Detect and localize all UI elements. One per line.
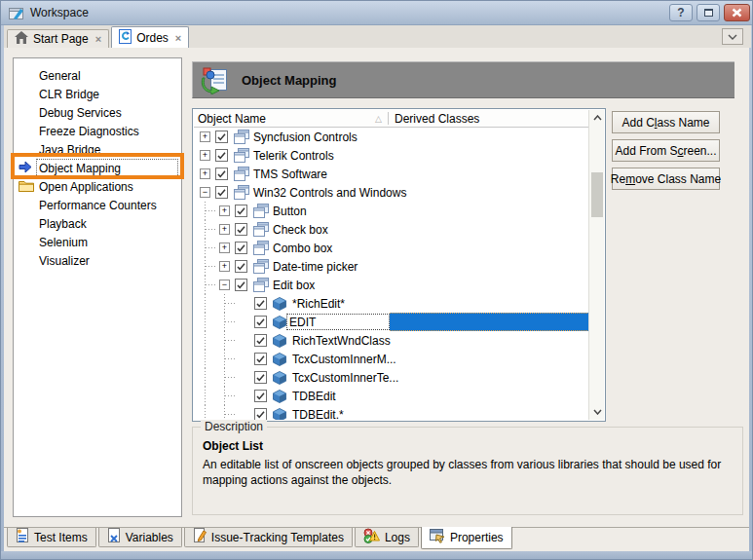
sidebar-item-debug-services[interactable]: Debug Services [14, 103, 181, 122]
help-button[interactable]: ? [669, 4, 693, 21]
variables-icon [107, 528, 121, 546]
expand-toggle[interactable]: + [200, 150, 210, 161]
tab-ordes[interactable]: Ordes × [111, 26, 189, 48]
sidebar-item-label: Selenium [39, 236, 88, 249]
settings-sidebar: General CLR Bridge Debug Services Freeze… [13, 57, 182, 517]
expand-toggle[interactable]: + [200, 131, 210, 142]
close-button[interactable] [724, 4, 750, 21]
check-icon [256, 337, 265, 345]
scrollbar-thumb[interactable] [591, 172, 603, 217]
tree-row-syncfusion-controls[interactable]: + Syncfusion Controls [194, 128, 589, 146]
workspace-window: Workspace ? Start Page × Ordes × General… [0, 0, 753, 560]
row-checkbox[interactable] [254, 297, 267, 310]
tree-row-tcxcustominnerm[interactable]: TcxCustomInnerM... [194, 350, 589, 368]
tree-row-check-box[interactable]: + Check box [194, 220, 589, 239]
sidebar-item-playback[interactable]: Playback [14, 214, 181, 233]
scroll-down-button[interactable] [589, 404, 605, 420]
row-checkbox[interactable] [254, 371, 267, 384]
bottom-tab-issue-tracking-templates[interactable]: Issue-Tracking Templates [184, 528, 353, 547]
issue-tracking-icon [193, 528, 207, 543]
bottom-tab-strip: Test Items Variables Issue-Tracking Temp… [4, 527, 749, 552]
expand-toggle[interactable]: + [200, 168, 210, 179]
tree-row-telerik-controls[interactable]: + Telerik Controls [194, 146, 589, 165]
scroll-up-button[interactable] [589, 110, 605, 126]
sidebar-item-clr-bridge[interactable]: CLR Bridge [14, 85, 181, 103]
bottom-tab-test-items[interactable]: Test Items [7, 528, 96, 547]
tree-row-label: TDBEdit.* [292, 408, 344, 421]
expand-toggle[interactable]: + [219, 261, 230, 272]
row-checkbox[interactable] [235, 223, 247, 236]
tree-row-combo-box[interactable]: + Combo box [194, 239, 589, 257]
description-text: An editable list of onscreen objects gro… [203, 457, 736, 488]
tree-row-tcxcustominnerte[interactable]: TcxCustomInnerTe... [194, 368, 589, 387]
sidebar-item-label: Java Bridge [39, 143, 100, 157]
tree-row-tdbedit[interactable]: TDBEdit [194, 387, 589, 405]
tree-row-date-time-picker[interactable]: + Date-time picker [194, 257, 589, 276]
vertical-scrollbar[interactable] [588, 110, 604, 420]
sidebar-item-selenium[interactable]: Selenium [14, 233, 181, 251]
tree-row-button[interactable]: + Button [194, 202, 589, 220]
add-class-name-button[interactable]: Add Class Name [612, 111, 720, 133]
cube-icon [273, 408, 288, 421]
expand-toggle[interactable]: + [219, 243, 230, 253]
check-icon [217, 133, 226, 141]
sidebar-item-object-mapping[interactable]: Object Mapping [14, 159, 181, 177]
column-object-name[interactable]: Object Name [198, 112, 266, 126]
row-checkbox[interactable] [254, 353, 267, 365]
tree-row-label: TDBEdit [292, 390, 336, 403]
document-tab-strip: Start Page × Ordes × [4, 25, 751, 48]
check-icon [256, 392, 265, 400]
row-checkbox[interactable] [215, 149, 228, 162]
tree-row-label: Button [273, 205, 307, 218]
remove-class-name-button[interactable]: Remove Class Name [612, 168, 720, 190]
sidebar-item-visualizer[interactable]: Visualizer [14, 251, 181, 270]
tree-guide-line [206, 229, 217, 230]
object-tree: Object Name △ Derived Classes + Syncfusi… [192, 108, 606, 422]
tree-column-headers[interactable]: Object Name △ Derived Classes [194, 110, 588, 128]
check-icon [217, 152, 226, 160]
tree-row-richedit[interactable]: *RichEdit* [194, 294, 589, 313]
tree-row-edit-box[interactable]: − Edit box [194, 276, 589, 294]
expand-toggle[interactable]: − [219, 280, 230, 290]
tree-row-richtextwndclass[interactable]: RichTextWndClass [194, 331, 589, 350]
bottom-tab-properties[interactable]: Properties [421, 527, 512, 549]
row-checkbox[interactable] [215, 168, 228, 180]
sidebar-item-general[interactable]: General [14, 66, 181, 85]
window-group-icon [234, 167, 249, 181]
add-from-screen-button[interactable]: Add From Screen... [612, 139, 720, 162]
expand-toggle[interactable]: + [219, 224, 230, 235]
row-checkbox[interactable] [254, 334, 267, 347]
row-checkbox[interactable] [235, 242, 247, 254]
sidebar-item-performance-counters[interactable]: Performance Counters [14, 196, 181, 214]
expand-toggle[interactable]: − [200, 187, 210, 198]
tab-close-icon[interactable]: × [95, 33, 101, 45]
tree-row-label: Combo box [273, 242, 332, 255]
tab-close-icon[interactable]: × [175, 32, 181, 44]
expand-toggle[interactable]: + [219, 205, 230, 216]
sidebar-item-open-applications[interactable]: Open Applications [14, 177, 181, 196]
bottom-tab-logs[interactable]: Logs [355, 528, 419, 547]
row-checkbox[interactable] [215, 186, 228, 199]
title-bar[interactable]: Workspace ? [1, 1, 753, 25]
column-derived-classes[interactable]: Derived Classes [395, 112, 479, 126]
row-checkbox[interactable] [235, 279, 247, 291]
restore-button[interactable] [697, 4, 720, 21]
bottom-tab-variables[interactable]: Variables [98, 528, 182, 547]
row-checkbox[interactable] [254, 316, 267, 328]
row-checkbox[interactable] [254, 390, 267, 402]
tree-row-win32-controls-and-windows[interactable]: − Win32 Controls and Windows [194, 183, 589, 202]
sidebar-item-freeze-diagnostics[interactable]: Freeze Diagnostics [14, 122, 181, 140]
tree-row-edit[interactable]: EDIT [194, 313, 589, 331]
tab-start-page[interactable]: Start Page × [7, 29, 109, 48]
tree-row-tms-software[interactable]: + TMS Software [194, 165, 589, 183]
close-icon [732, 8, 742, 18]
row-checkbox[interactable] [254, 408, 267, 420]
row-checkbox[interactable] [215, 131, 228, 143]
tree-guide-line [225, 321, 237, 322]
column-divider[interactable] [388, 112, 389, 125]
tree-row-tdbedit[interactable]: TDBEdit.* [194, 405, 589, 420]
sidebar-item-java-bridge[interactable]: Java Bridge [14, 140, 181, 159]
row-checkbox[interactable] [235, 260, 247, 273]
tab-list-dropdown-button[interactable] [722, 28, 743, 45]
row-checkbox[interactable] [235, 205, 247, 217]
